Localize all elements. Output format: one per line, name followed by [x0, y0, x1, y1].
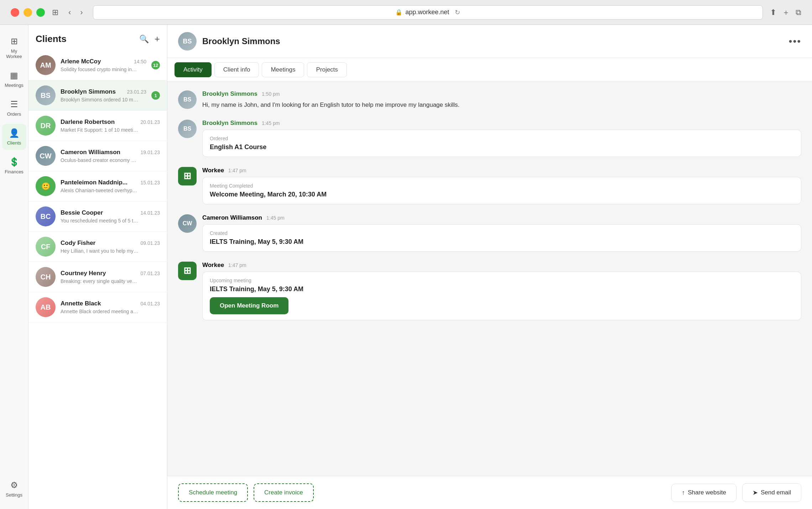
create-invoice-button[interactable]: Create invoice: [254, 483, 314, 502]
back-button[interactable]: ‹: [66, 6, 74, 19]
sender-name: Workee: [202, 262, 224, 269]
tabs-button[interactable]: ⧉: [796, 7, 801, 18]
browser-actions: ⬆ ＋ ⧉: [770, 7, 801, 18]
list-item[interactable]: CW Cameron Williamson 19.01.23 Oculus-ba…: [28, 141, 167, 171]
tab-meetings[interactable]: Meetings: [262, 62, 304, 77]
schedule-meeting-button[interactable]: Schedule meeting: [178, 483, 248, 502]
message-group: ⊞ Workee 1:47 pm Meeting Completed Welco…: [178, 167, 801, 204]
list-item[interactable]: DR Darlene Robertson 20.01.23 Market Fit…: [28, 111, 167, 141]
client-info: Darlene Robertson 20.01.23 Market Fit Su…: [61, 119, 160, 133]
sidebar-item-label: My Workee: [5, 48, 24, 59]
maximize-button[interactable]: [36, 8, 45, 17]
workee-avatar: ⊞: [178, 167, 197, 185]
card-label: Created: [210, 230, 794, 236]
workee-icon: ⊞: [183, 265, 191, 276]
message-group: BS Brooklyn Simmons 1:50 pm Hi, my name …: [178, 90, 801, 110]
client-info: Brooklyn Simmons 23.01.23 Brooklyn Simmo…: [61, 88, 146, 103]
sidebar-item-clients[interactable]: 👤 Clients: [2, 124, 26, 150]
sidebar-item-orders[interactable]: ☰ Orders: [2, 95, 26, 121]
client-time: 04.01.23: [141, 301, 160, 306]
tab-activity[interactable]: Activity: [175, 62, 212, 77]
forward-button[interactable]: ›: [77, 6, 85, 19]
sidebar-item-meetings[interactable]: ▦ Meetings: [2, 66, 26, 92]
client-name: Courtney Henry: [61, 270, 106, 277]
avatar: CW: [178, 214, 197, 233]
client-time: 19.01.23: [141, 149, 160, 155]
list-item[interactable]: AM Arlene McCoy 14:50 Solidity focused c…: [28, 50, 167, 80]
message-text: Hi, my name is John, and I'm looking for…: [202, 100, 801, 110]
app: ⊞ My Workee ▦ Meetings ☰ Orders 👤 Client…: [0, 25, 812, 509]
traffic-lights: [11, 8, 45, 17]
tab-client-info[interactable]: Client info: [214, 62, 259, 77]
tabs-row: Activity Client info Meetings Projects: [167, 58, 812, 82]
card-value: English A1 Course: [210, 143, 794, 151]
avatar: CW: [36, 146, 56, 166]
list-item[interactable]: 🙂 Panteleimon Naddnip... 15.01.23 Alexis…: [28, 171, 167, 201]
lock-icon: 🔒: [395, 9, 402, 16]
client-preview: Market Fit Support: 1 of 10 meeting comp…: [61, 127, 139, 133]
sidebar-toggle-button[interactable]: ⊞: [52, 8, 58, 17]
search-button[interactable]: 🔍: [139, 35, 149, 44]
unread-badge: 1: [151, 91, 160, 100]
list-item[interactable]: CH Courtney Henry 07.01.23 Breaking: eve…: [28, 262, 167, 292]
share-website-button[interactable]: ↑ Share website: [671, 484, 736, 502]
list-item[interactable]: BS Brooklyn Simmons 23.01.23 Brooklyn Si…: [28, 80, 167, 111]
more-options-button[interactable]: •••: [789, 36, 801, 47]
sidebar-item-label: Clients: [7, 140, 21, 146]
client-detail-name: Brooklyn Simmons: [202, 36, 783, 46]
sidebar-item-label: Orders: [7, 111, 21, 117]
sidebar-item-my-workee[interactable]: ⊞ My Workee: [2, 32, 26, 63]
my-workee-icon: ⊞: [11, 36, 18, 46]
close-button[interactable]: [11, 8, 19, 17]
messages-area: BS Brooklyn Simmons 1:50 pm Hi, my name …: [167, 82, 812, 476]
finances-icon: 💲: [9, 157, 20, 167]
client-preview: Hey Lillian, I want you to help my daugh…: [61, 248, 139, 254]
client-info: Cody Fisher 09.01.23 Hey Lillian, I want…: [61, 240, 160, 254]
nav-buttons: ‹ ›: [66, 6, 86, 19]
card-value: IELTS Training, May 5, 9:30 AM: [210, 238, 794, 246]
unread-badge: 12: [151, 61, 160, 69]
message-card: Upcoming meeting IELTS Training, May 5, …: [202, 272, 801, 320]
list-item[interactable]: CF Cody Fisher 09.01.23 Hey Lillian, I w…: [28, 232, 167, 262]
client-time: 15.01.23: [141, 180, 160, 185]
share-button[interactable]: ⬆: [770, 7, 776, 18]
sidebar-item-label: Meetings: [5, 83, 24, 88]
address-bar[interactable]: 🔒 app.workee.net ↻: [93, 5, 763, 20]
message-content: Workee 1:47 pm Upcoming meeting IELTS Tr…: [202, 262, 801, 320]
add-client-button[interactable]: +: [155, 33, 160, 44]
list-item[interactable]: AB Annette Black 04.01.23 Annette Black …: [28, 292, 167, 322]
card-value: Welcome Meeting, March 20, 10:30 AM: [210, 191, 794, 198]
sidebar-item-label: Settings: [6, 492, 22, 498]
tab-projects[interactable]: Projects: [307, 62, 347, 77]
clients-actions: 🔍 +: [139, 33, 160, 44]
share-website-label: Share website: [688, 489, 726, 496]
avatar: BC: [36, 206, 56, 226]
client-time: 07.01.23: [141, 271, 160, 276]
avatar: BS: [178, 90, 197, 109]
sidebar-item-settings[interactable]: ⚙ Settings: [2, 476, 26, 502]
sidebar-item-label: Finances: [5, 169, 24, 174]
action-bar: Schedule meeting Create invoice ↑ Share …: [167, 476, 812, 509]
card-label: Ordered: [210, 136, 794, 141]
reload-icon[interactable]: ↻: [455, 9, 460, 16]
orders-icon: ☰: [10, 99, 18, 109]
share-icon: ↑: [682, 489, 685, 497]
client-info: Annette Black 04.01.23 Annette Black ord…: [61, 300, 160, 314]
new-tab-button[interactable]: ＋: [782, 7, 790, 18]
avatar: BS: [178, 32, 197, 51]
client-preview: Annette Black ordered meeting at ...: [61, 309, 139, 314]
list-item[interactable]: BC Bessie Cooper 14.01.23 You reschedule…: [28, 201, 167, 232]
send-email-button[interactable]: ➤ Send email: [742, 483, 801, 502]
message-card: Meeting Completed Welcome Meeting, March…: [202, 177, 801, 204]
avatar: AM: [36, 55, 56, 75]
client-name: Cody Fisher: [61, 240, 95, 247]
clients-header: Clients 🔍 +: [28, 25, 167, 50]
sidebar-item-finances[interactable]: 💲 Finances: [2, 153, 26, 179]
settings-icon: ⚙: [10, 480, 18, 490]
clients-panel: Clients 🔍 + AM Arlene McCoy 14:50 Solidi…: [28, 25, 167, 509]
client-info: Bessie Cooper 14.01.23 You rescheduled m…: [61, 209, 160, 224]
open-meeting-room-button[interactable]: Open Meeting Room: [210, 297, 288, 314]
client-info: Courtney Henry 07.01.23 Breaking: every …: [61, 270, 160, 284]
minimize-button[interactable]: [24, 8, 32, 17]
avatar: CF: [36, 237, 56, 257]
